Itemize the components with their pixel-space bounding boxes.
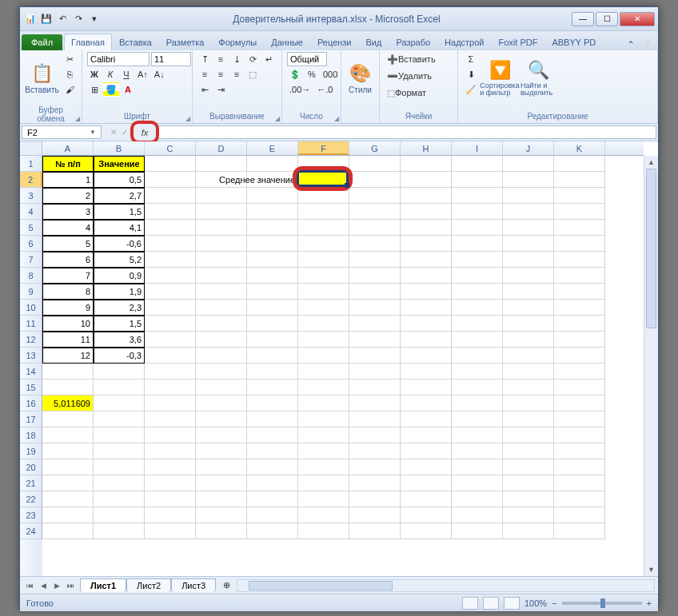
redo-icon[interactable]: ↷	[71, 12, 86, 26]
ribbon-tab-разметка[interactable]: Разметка	[159, 34, 212, 50]
format-painter-icon[interactable]: 🖌	[62, 82, 77, 97]
cell-J24[interactable]	[503, 523, 554, 539]
ribbon-tab-данные[interactable]: Данные	[264, 34, 310, 50]
sheet-next-icon[interactable]: ▶	[50, 582, 63, 590]
insert-cells-button[interactable]: ➕ Вставить	[385, 52, 438, 66]
row-header-17[interactable]: 17	[20, 411, 42, 427]
underline-button[interactable]: Ч	[119, 67, 134, 81]
cell-B2[interactable]: 0,5	[94, 172, 145, 188]
cell-K5[interactable]	[554, 220, 605, 236]
align-center-icon[interactable]: ≡	[213, 67, 228, 81]
formula-input[interactable]	[156, 125, 656, 139]
cell-B13[interactable]: -0,3	[94, 348, 145, 364]
page-layout-view-icon[interactable]	[483, 597, 499, 610]
cell-D14[interactable]	[196, 364, 247, 380]
cell-J19[interactable]	[503, 443, 554, 459]
cell-G14[interactable]	[349, 364, 401, 380]
cell-H20[interactable]	[401, 459, 452, 475]
cell-I23[interactable]	[452, 507, 503, 523]
col-header-K[interactable]: K	[554, 141, 605, 155]
cell-E9[interactable]	[247, 284, 298, 300]
ribbon-tab-главная[interactable]: Главная	[64, 34, 112, 50]
cell-J1[interactable]	[503, 156, 554, 172]
delete-cells-button[interactable]: ➖ Удалить	[385, 69, 434, 83]
row-header-21[interactable]: 21	[20, 475, 42, 491]
cell-J17[interactable]	[503, 411, 554, 427]
cell-C9[interactable]	[145, 284, 196, 300]
row-header-6[interactable]: 6	[20, 236, 42, 252]
cell-J5[interactable]	[503, 220, 554, 236]
row-header-22[interactable]: 22	[20, 491, 42, 507]
cell-D12[interactable]	[196, 332, 247, 348]
cell-K17[interactable]	[554, 411, 605, 427]
shrink-font-icon[interactable]: A↓	[152, 67, 167, 81]
cell-G10[interactable]	[349, 300, 401, 316]
cell-I20[interactable]	[452, 459, 503, 475]
cell-F6[interactable]	[298, 236, 349, 252]
cell-C20[interactable]	[145, 459, 196, 475]
cell-B7[interactable]: 5,2	[94, 252, 145, 268]
cell-H11[interactable]	[401, 316, 452, 332]
font-launcher[interactable]: ◢	[185, 115, 190, 122]
cell-K18[interactable]	[554, 427, 605, 443]
row-header-14[interactable]: 14	[20, 364, 42, 380]
cell-I24[interactable]	[452, 523, 503, 539]
row-header-13[interactable]: 13	[20, 348, 42, 364]
percent-icon[interactable]: %	[305, 67, 319, 81]
number-launcher[interactable]: ◢	[334, 115, 339, 122]
cell-J21[interactable]	[503, 475, 554, 491]
cell-H19[interactable]	[401, 443, 452, 459]
autosum-icon[interactable]: Σ	[463, 52, 479, 66]
border-icon[interactable]: ⊞	[87, 82, 102, 97]
row-header-12[interactable]: 12	[20, 332, 42, 348]
cell-H9[interactable]	[401, 284, 452, 300]
cell-I7[interactable]	[452, 252, 503, 268]
ribbon-tab-abbyy pd[interactable]: ABBYY PD	[544, 34, 603, 50]
align-bottom-icon[interactable]: ⤓	[229, 52, 244, 66]
increase-decimal-icon[interactable]: .00→	[287, 82, 313, 97]
minimize-ribbon-icon[interactable]: ⌃	[627, 39, 635, 50]
cell-H7[interactable]	[401, 252, 452, 268]
cell-G11[interactable]	[349, 316, 401, 332]
col-header-B[interactable]: B	[94, 141, 145, 155]
cell-D1[interactable]	[196, 156, 247, 172]
fill-icon[interactable]: ⬇	[463, 67, 479, 81]
cell-G20[interactable]	[349, 459, 401, 475]
cells-area[interactable]: № п/пЗначение10,522,731,544,15-0,665,270…	[42, 156, 644, 576]
cell-G8[interactable]	[349, 268, 401, 284]
cell-D3[interactable]	[196, 188, 247, 204]
cell-F4[interactable]	[298, 204, 349, 220]
cell-K6[interactable]	[554, 236, 605, 252]
cell-G9[interactable]	[349, 284, 401, 300]
paste-button[interactable]: 📋 Вставить	[25, 52, 59, 105]
cell-C17[interactable]	[145, 411, 196, 427]
cell-J16[interactable]	[503, 395, 554, 411]
cell-D4[interactable]	[196, 204, 247, 220]
cell-F15[interactable]	[298, 380, 349, 395]
cell-D9[interactable]	[196, 284, 247, 300]
cell-G23[interactable]	[349, 507, 401, 523]
maximize-button[interactable]: ☐	[596, 12, 618, 26]
cell-E8[interactable]	[247, 268, 298, 284]
cell-J2[interactable]	[503, 172, 554, 188]
cell-H5[interactable]	[401, 220, 452, 236]
sheet-tab-Лист1[interactable]: Лист1	[80, 578, 126, 592]
cell-I19[interactable]	[452, 443, 503, 459]
cell-D23[interactable]	[196, 507, 247, 523]
cell-I4[interactable]	[452, 204, 503, 220]
cell-I15[interactable]	[452, 380, 503, 395]
cell-I10[interactable]	[452, 300, 503, 316]
cell-D7[interactable]	[196, 252, 247, 268]
merge-icon[interactable]: ⬚	[245, 67, 260, 81]
cell-A16[interactable]: 5,011609	[42, 395, 94, 411]
col-header-J[interactable]: J	[503, 141, 554, 155]
cell-I2[interactable]	[452, 172, 503, 188]
cell-G16[interactable]	[349, 395, 401, 411]
cell-G12[interactable]	[349, 332, 401, 348]
cell-H21[interactable]	[401, 475, 452, 491]
align-launcher[interactable]: ◢	[275, 115, 280, 122]
cell-A11[interactable]: 10	[42, 316, 94, 332]
cell-A15[interactable]	[42, 380, 94, 395]
cell-J23[interactable]	[503, 507, 554, 523]
cell-A10[interactable]: 9	[42, 300, 94, 316]
